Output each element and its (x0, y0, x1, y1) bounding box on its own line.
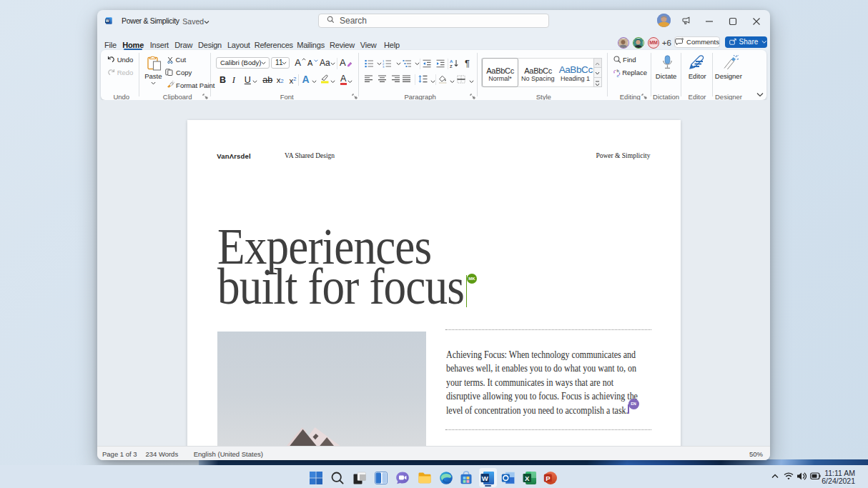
svg-text:3: 3 (383, 65, 385, 68)
svg-text:W: W (481, 474, 488, 482)
svg-text:W: W (106, 18, 109, 22)
svg-text:b: b (616, 69, 619, 73)
svg-text:Z: Z (450, 64, 453, 69)
svg-text:P: P (546, 474, 551, 482)
svg-text:X: X (525, 474, 530, 482)
svg-text:A: A (450, 59, 453, 64)
